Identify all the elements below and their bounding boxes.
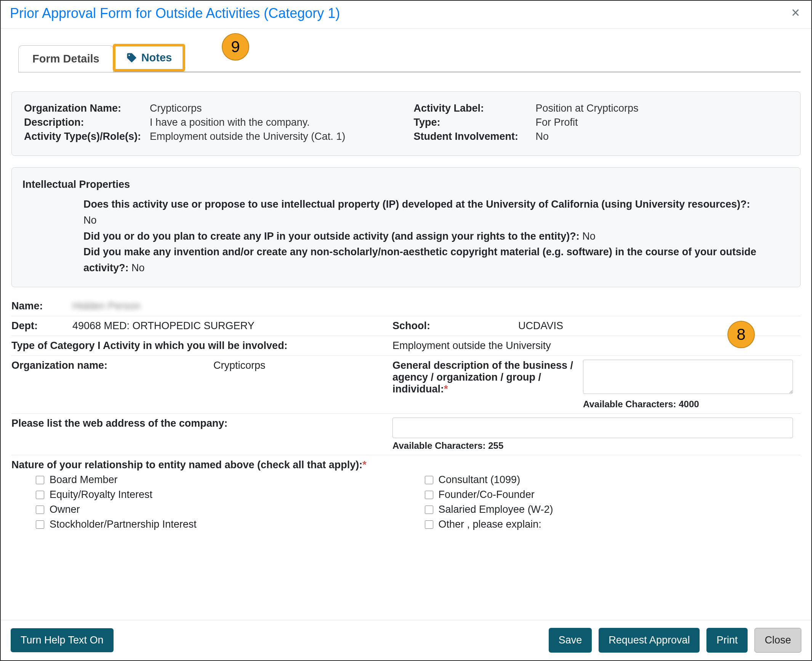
activity-label-label: Activity Label: bbox=[414, 102, 536, 114]
description-label: Description: bbox=[24, 117, 150, 128]
required-asterisk-2: * bbox=[362, 459, 367, 471]
student-involvement-label: Student Involvement: bbox=[414, 131, 536, 142]
checkbox-input[interactable] bbox=[425, 506, 433, 514]
checkbox-input[interactable] bbox=[425, 491, 433, 499]
request-approval-button[interactable]: Request Approval bbox=[599, 628, 700, 653]
org-name-value: Crypticorps bbox=[150, 102, 399, 114]
activity-types-value: Employment outside the University (Cat. … bbox=[150, 131, 399, 142]
available-characters-255: Available Characters: 255 bbox=[392, 440, 793, 451]
checkbox-input[interactable] bbox=[36, 491, 44, 499]
organization-name-label: Organization name: bbox=[11, 360, 213, 371]
checkbox-salaried-employee[interactable]: Salaried Employee (W-2) bbox=[423, 504, 801, 515]
summary-box: Organization Name: Crypticorps Descripti… bbox=[11, 91, 801, 156]
ip-a1: No bbox=[83, 214, 97, 226]
checkbox-other[interactable]: Other , please explain: bbox=[423, 519, 801, 530]
tab-form-details[interactable]: Form Details bbox=[18, 45, 114, 72]
close-icon[interactable]: × bbox=[789, 5, 802, 20]
type-value: For Profit bbox=[536, 117, 788, 128]
checkbox-label: Consultant (1099) bbox=[439, 474, 521, 486]
modal-frame: Prior Approval Form for Outside Activiti… bbox=[0, 0, 812, 661]
modal-footer: Turn Help Text On Save Request Approval … bbox=[1, 620, 811, 660]
school-label: School: bbox=[392, 320, 518, 332]
checkbox-board-member[interactable]: Board Member bbox=[34, 474, 412, 486]
dept-value: 49068 MED: ORTHOPEDIC SURGERY bbox=[72, 320, 392, 332]
checkbox-input[interactable] bbox=[36, 476, 44, 484]
help-text-button[interactable]: Turn Help Text On bbox=[11, 628, 114, 652]
ip-q1: Does this activity use or propose to use… bbox=[83, 198, 750, 210]
checkbox-label: Equity/Royalty Interest bbox=[50, 489, 152, 501]
org-name-label: Organization Name: bbox=[24, 102, 150, 114]
activity-label-value: Position at Crypticorps bbox=[536, 102, 788, 114]
row-org-gendesc: Organization name: Crypticorps General d… bbox=[11, 356, 801, 414]
checkbox-label: Board Member bbox=[50, 474, 118, 486]
modal-body-wrap: Form Details Notes 9 Or bbox=[1, 29, 811, 620]
checkbox-input[interactable] bbox=[425, 520, 433, 529]
activity-types-label: Activity Type(s)/Role(s): bbox=[24, 131, 150, 142]
web-address-label: Please list the web address of the compa… bbox=[11, 418, 392, 429]
available-characters-4000: Available Characters: 4000 bbox=[583, 399, 793, 410]
school-value: UCDAVIS bbox=[518, 320, 801, 332]
checkbox-label: Owner bbox=[50, 504, 80, 515]
checkbox-label: Salaried Employee (W-2) bbox=[439, 504, 553, 515]
row-web-address: Please list the web address of the compa… bbox=[11, 414, 801, 455]
modal-body-scroll[interactable]: Form Details Notes 9 Or bbox=[1, 29, 811, 620]
checkbox-label: Stockholder/Partnership Interest bbox=[50, 519, 197, 530]
checkbox-equity-royalty[interactable]: Equity/Royalty Interest bbox=[34, 489, 412, 501]
checkbox-label: Founder/Co-Founder bbox=[439, 489, 535, 501]
general-description-label: General description of the business / ag… bbox=[392, 360, 573, 395]
tag-icon bbox=[126, 52, 138, 64]
row-dept-school: Dept: 49068 MED: ORTHOPEDIC SURGERY Scho… bbox=[11, 316, 801, 336]
ip-a2: No bbox=[582, 230, 596, 242]
ip-a3: No bbox=[131, 262, 145, 274]
row-nature-heading: Nature of your relationship to entity na… bbox=[11, 455, 801, 471]
nature-relationship-label: Nature of your relationship to entity na… bbox=[11, 459, 362, 471]
print-button[interactable]: Print bbox=[706, 628, 748, 653]
tab-form-details-label: Form Details bbox=[32, 53, 99, 65]
row-name: Name: Hidden Person bbox=[11, 296, 801, 316]
description-value: I have a position with the company. bbox=[150, 117, 399, 128]
intellectual-properties-box: Intellectual Properties Does this activi… bbox=[11, 167, 801, 287]
dept-label: Dept: bbox=[11, 320, 72, 332]
category-activity-label: Type of Category I Activity in which you… bbox=[11, 340, 392, 352]
ip-q2: Did you or do you plan to create any IP … bbox=[83, 230, 580, 242]
tab-notes-label: Notes bbox=[141, 51, 172, 64]
save-button[interactable]: Save bbox=[549, 628, 592, 653]
tab-row: Form Details Notes 9 bbox=[18, 44, 801, 72]
modal-header: Prior Approval Form for Outside Activiti… bbox=[1, 1, 811, 29]
checkbox-input[interactable] bbox=[425, 476, 433, 484]
close-button[interactable]: Close bbox=[754, 628, 801, 653]
type-label: Type: bbox=[414, 117, 536, 128]
modal-title: Prior Approval Form for Outside Activiti… bbox=[10, 5, 340, 21]
relationship-checkbox-grid: Board Member Equity/Royalty Interest Own… bbox=[11, 471, 801, 533]
tab-notes[interactable]: Notes bbox=[113, 44, 186, 72]
web-address-input[interactable] bbox=[392, 418, 793, 438]
checkbox-input[interactable] bbox=[36, 520, 44, 529]
checkbox-stockholder-partnership[interactable]: Stockholder/Partnership Interest bbox=[34, 519, 412, 530]
name-value-redacted: Hidden Person bbox=[72, 300, 141, 312]
student-involvement-value: No bbox=[536, 131, 788, 142]
ip-q3: Did you make any invention and/or create… bbox=[83, 246, 756, 274]
checkbox-founder[interactable]: Founder/Co-Founder bbox=[423, 489, 801, 501]
row-category-activity: Type of Category I Activity in which you… bbox=[11, 336, 801, 356]
required-asterisk: * bbox=[444, 383, 448, 395]
name-label: Name: bbox=[11, 300, 72, 312]
checkbox-consultant[interactable]: Consultant (1099) bbox=[423, 474, 801, 486]
callout-8: 8 bbox=[727, 321, 755, 348]
checkbox-label: Other , please explain: bbox=[439, 519, 541, 530]
general-description-input[interactable] bbox=[583, 360, 793, 394]
checkbox-input[interactable] bbox=[36, 506, 44, 514]
organization-name-value: Crypticorps bbox=[213, 360, 392, 371]
checkbox-owner[interactable]: Owner bbox=[34, 504, 412, 515]
ip-heading: Intellectual Properties bbox=[22, 177, 790, 193]
callout-9: 9 bbox=[222, 33, 249, 61]
